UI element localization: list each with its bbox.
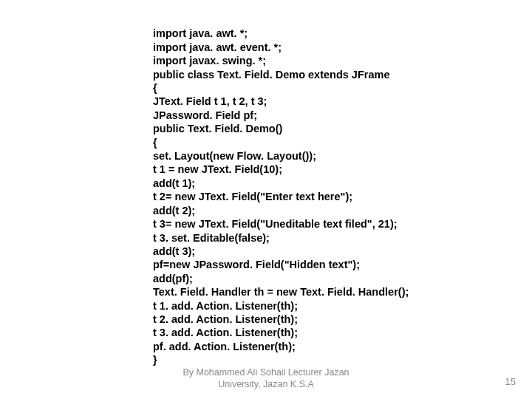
code-line: t 3. add. Action. Listener(th); [153,327,298,338]
code-line: import java. awt. event. *; [153,41,282,53]
code-line: t 3. set. Editable(false); [153,232,270,244]
code-line: set. Layout(new Flow. Layout()); [153,150,316,162]
code-block: import java. awt. *; import java. awt. e… [153,13,493,367]
code-line: t 1 = new JText. Field(10); [153,163,282,175]
attribution-line: University, Jazan K.S.A [218,379,314,389]
code-line: pf=new JPassword. Field("Hidden text"); [153,259,360,270]
code-line: add(t 1); [153,177,195,189]
code-line: add(t 3); [153,245,195,257]
code-line: t 1. add. Action. Listener(th); [153,300,298,312]
code-line: Text. Field. Handler th = new Text. Fiel… [153,286,409,298]
code-line: { [153,82,157,94]
code-line: add(t 2); [153,205,195,216]
page-number: 15 [505,376,516,387]
slide: import java. awt. *; import java. awt. e… [0,0,532,399]
code-line: public class Text. Field. Demo extends J… [153,69,389,81]
code-line: import javax. swing. *; [153,55,266,66]
code-line: JText. Field t 1, t 2, t 3; [153,95,267,107]
code-line: JPassword. Field pf; [153,109,257,121]
attribution: By Mohammed Ali Sohail Lecturer Jazan Un… [0,367,532,390]
code-line: import java. awt. *; [153,27,248,39]
code-line: t 3= new JText. Field("Uneditable text f… [153,218,398,230]
code-line: pf. add. Action. Listener(th); [153,341,296,352]
attribution-line: By Mohammed Ali Sohail Lecturer Jazan [183,367,349,378]
code-line: { [153,137,157,149]
code-line: add(pf); [153,273,193,284]
code-line: t 2. add. Action. Listener(th); [153,313,298,325]
code-line: public Text. Field. Demo() [153,123,282,134]
code-line: } [153,354,157,366]
code-line: t 2= new JText. Field("Enter text here")… [153,191,352,202]
